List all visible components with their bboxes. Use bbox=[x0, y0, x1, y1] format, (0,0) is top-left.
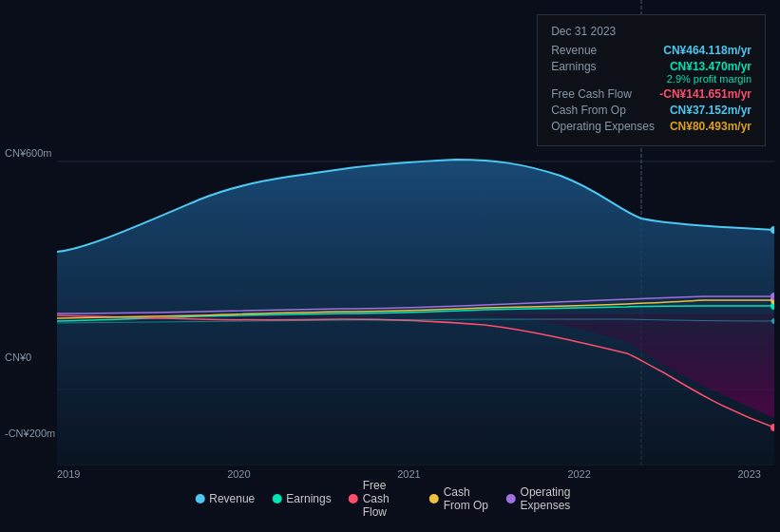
tooltip-opex-label: Operating Expenses bbox=[551, 120, 655, 133]
tooltip-cashop-value: CN¥37.152m/yr bbox=[670, 104, 751, 117]
tooltip-revenue-label: Revenue bbox=[551, 44, 597, 57]
legend-dot-cashop bbox=[429, 494, 439, 504]
tooltip-box: Dec 31 2023 Revenue CN¥464.118m/yr Earni… bbox=[537, 14, 766, 146]
chart-container: Dec 31 2023 Revenue CN¥464.118m/yr Earni… bbox=[0, 0, 780, 532]
y-axis-label-600: CN¥600m bbox=[5, 147, 52, 159]
tooltip-fcf-row: Free Cash Flow -CN¥141.651m/yr bbox=[551, 87, 751, 101]
x-label-2019: 2019 bbox=[57, 468, 80, 480]
legend-fcf[interactable]: Free Cash Flow bbox=[349, 479, 412, 519]
legend-dot-revenue bbox=[195, 494, 204, 504]
chart-legend: Revenue Earnings Free Cash Flow Cash Fro… bbox=[195, 479, 585, 519]
legend-dot-earnings bbox=[272, 494, 281, 504]
tooltip-date: Dec 31 2023 bbox=[551, 25, 751, 38]
x-label-2023: 2023 bbox=[738, 468, 761, 480]
tooltip-fcf-label: Free Cash Flow bbox=[551, 87, 632, 101]
legend-label-opex: Operating Expenses bbox=[521, 485, 585, 512]
legend-earnings[interactable]: Earnings bbox=[272, 492, 331, 505]
tooltip-opex-value: CN¥80.493m/yr bbox=[670, 120, 751, 133]
legend-dot-fcf bbox=[349, 494, 358, 504]
y-axis-label-0: CN¥0 bbox=[5, 352, 31, 363]
tooltip-profit-margin: 2.9% profit margin bbox=[667, 73, 751, 85]
tooltip-cashop-label: Cash From Op bbox=[551, 104, 626, 117]
y-axis-label-neg200: -CN¥200m bbox=[5, 428, 55, 439]
tooltip-earnings-value: CN¥13.470m/yr bbox=[670, 60, 751, 73]
tooltip-revenue-value: CN¥464.118m/yr bbox=[663, 44, 751, 57]
legend-opex[interactable]: Operating Expenses bbox=[506, 485, 585, 512]
tooltip-earnings-label: Earnings bbox=[551, 60, 596, 73]
tooltip-earnings-row: Earnings CN¥13.470m/yr 2.9% profit margi… bbox=[551, 60, 751, 85]
legend-label-cashop: Cash From Op bbox=[444, 485, 489, 512]
legend-label-fcf: Free Cash Flow bbox=[363, 479, 412, 519]
legend-cashop[interactable]: Cash From Op bbox=[429, 485, 489, 512]
tooltip-opex-row: Operating Expenses CN¥80.493m/yr bbox=[551, 120, 751, 133]
tooltip-fcf-value: -CN¥141.651m/yr bbox=[659, 87, 751, 101]
legend-label-revenue: Revenue bbox=[209, 492, 255, 505]
legend-dot-opex bbox=[506, 494, 516, 504]
tooltip-cashop-row: Cash From Op CN¥37.152m/yr bbox=[551, 104, 751, 117]
legend-label-earnings: Earnings bbox=[286, 492, 331, 505]
legend-revenue[interactable]: Revenue bbox=[195, 492, 255, 505]
tooltip-revenue-row: Revenue CN¥464.118m/yr bbox=[551, 44, 751, 57]
